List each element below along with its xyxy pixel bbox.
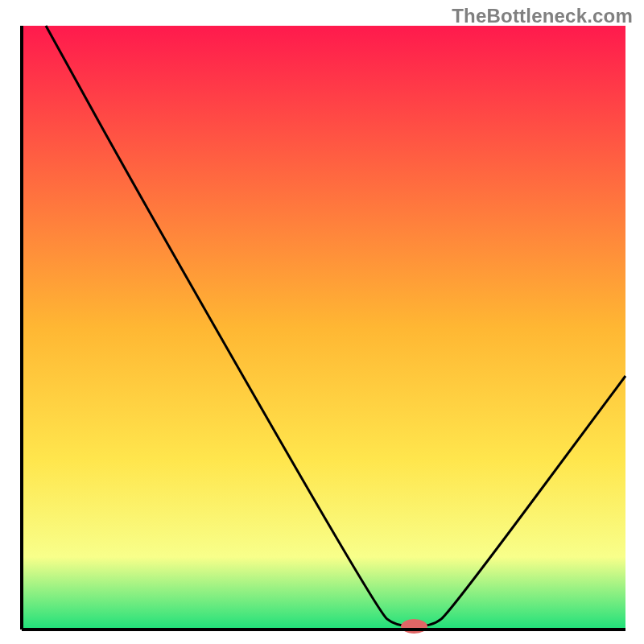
chart-marker — [401, 619, 427, 634]
chart-container: TheBottleneck.com — [0, 0, 644, 644]
watermark-text: TheBottleneck.com — [452, 5, 633, 27]
bottleneck-chart — [0, 0, 644, 644]
chart-background — [22, 26, 625, 630]
